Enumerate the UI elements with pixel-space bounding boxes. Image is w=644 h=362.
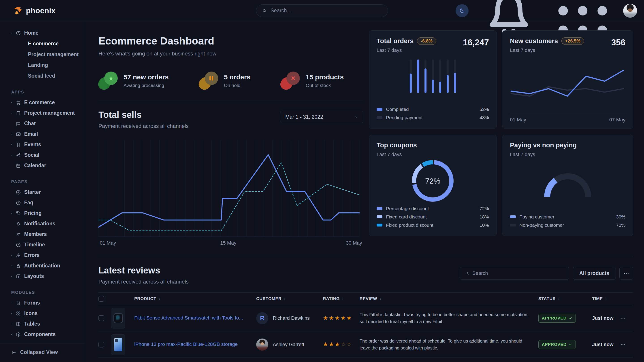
select-all-checkbox[interactable] bbox=[98, 296, 104, 302]
search-icon bbox=[465, 271, 469, 276]
mail-icon bbox=[16, 131, 21, 137]
home-submenu: E commerce Project management Landing So… bbox=[0, 38, 85, 81]
sidebar-item-notifications[interactable]: Notifications bbox=[0, 218, 85, 229]
row-checkbox[interactable] bbox=[98, 315, 104, 321]
sidebar-item-social[interactable]: Social bbox=[0, 150, 85, 160]
sidebar-item-forms[interactable]: Forms bbox=[0, 298, 85, 308]
caret-right-icon bbox=[10, 212, 12, 215]
column-header-status[interactable]: STATUS bbox=[538, 296, 592, 301]
warning-icon bbox=[16, 252, 21, 258]
top-coupons-card: Top coupons Last 7 days 72% Percentage d… bbox=[369, 135, 497, 236]
rating-stars: ★★★☆☆ bbox=[323, 341, 360, 348]
x-tick: 01 May bbox=[100, 240, 116, 246]
new-customers-value: 356 bbox=[611, 38, 626, 47]
sidebar-item-errors[interactable]: Errors bbox=[0, 250, 85, 261]
order-bar bbox=[410, 59, 412, 93]
review-text: This Fitbit is fantastic! I was trying t… bbox=[360, 311, 538, 325]
column-header-time[interactable]: TIME bbox=[592, 296, 621, 301]
column-header-review[interactable]: REVIEW bbox=[360, 296, 538, 301]
product-thumbnail[interactable] bbox=[111, 334, 125, 355]
sidebar-item-chat[interactable]: Chat bbox=[0, 118, 85, 129]
column-header-rating[interactable]: RATING bbox=[323, 296, 360, 301]
x-tick: 01 May bbox=[510, 117, 526, 123]
theme-toggle-button[interactable] bbox=[456, 4, 468, 17]
caret-right-icon bbox=[10, 275, 12, 278]
sidebar-item-project-management[interactable]: Project management bbox=[0, 108, 85, 118]
reviews-search-input[interactable] bbox=[472, 270, 564, 276]
more-options-button[interactable] bbox=[620, 267, 633, 280]
column-header-product[interactable]: PRODUCT bbox=[134, 296, 256, 301]
sidebar-item-layouts[interactable]: Layouts bbox=[0, 271, 85, 282]
sort-icon bbox=[283, 297, 286, 300]
sidebar: Home E commerce Project management Landi… bbox=[0, 21, 85, 362]
order-bar bbox=[417, 59, 419, 93]
sidebar-item-e-commerce[interactable]: E commerce bbox=[0, 97, 85, 108]
table-row-partial bbox=[98, 358, 633, 362]
brand-logo[interactable]: phoenix bbox=[12, 5, 56, 16]
row-menu-button[interactable] bbox=[621, 344, 633, 345]
pie-chart-icon bbox=[16, 30, 21, 36]
global-search[interactable] bbox=[256, 4, 388, 17]
product-link[interactable]: iPhone 13 pro max-Pacific Blue-128GB sto… bbox=[134, 341, 244, 348]
legend-item-completed: Completed52% bbox=[376, 105, 489, 114]
user-avatar[interactable] bbox=[623, 3, 637, 18]
sidebar-item-timeline[interactable]: Timeline bbox=[0, 240, 85, 250]
caret-right-icon bbox=[10, 244, 12, 246]
caret-right-icon bbox=[10, 143, 12, 146]
table-header-row: PRODUCTCUSTOMERRATINGREVIEWSTATUSTIME bbox=[98, 293, 633, 305]
lock-icon bbox=[16, 263, 21, 269]
sidebar-item-members[interactable]: Members bbox=[0, 229, 85, 240]
icons-icon bbox=[16, 311, 21, 316]
card-title: Paying vs non paying bbox=[510, 142, 577, 149]
sidebar-item-pricing[interactable]: Pricing bbox=[0, 208, 85, 218]
bell-icon bbox=[16, 221, 21, 227]
moon-icon bbox=[459, 7, 465, 14]
sidebar-item-home[interactable]: Home bbox=[0, 28, 85, 38]
people-icon bbox=[16, 231, 21, 237]
caret-right-icon bbox=[10, 164, 12, 167]
orders-bar-chart bbox=[376, 59, 489, 93]
sidebar-item-social-feed[interactable]: Social feed bbox=[0, 70, 85, 81]
sidebar-item-events[interactable]: Events bbox=[0, 139, 85, 150]
caret-right-icon bbox=[10, 112, 12, 114]
card-period: Last 7 days bbox=[376, 152, 489, 157]
x-tick: 30 May bbox=[346, 240, 362, 246]
row-menu-button[interactable] bbox=[621, 318, 633, 319]
main-content: Ecommerce Dashboard Here's what's going … bbox=[85, 21, 644, 362]
sidebar-item-calendar[interactable]: Calendar bbox=[0, 160, 85, 171]
sidebar-item-ecommerce-home[interactable]: E commerce bbox=[0, 38, 85, 49]
sort-icon bbox=[558, 297, 560, 300]
help-icon bbox=[16, 200, 21, 206]
caret-right-icon bbox=[10, 312, 12, 315]
all-products-button[interactable]: All products bbox=[573, 267, 616, 280]
caret-right-icon bbox=[10, 302, 12, 304]
customer-name: Ashley Garrett bbox=[273, 342, 304, 348]
caret-right-icon bbox=[10, 154, 12, 156]
date-range-select[interactable]: Mar 1 - 31, 2022 bbox=[280, 111, 364, 123]
compass-icon bbox=[16, 189, 21, 195]
top-navbar: phoenix bbox=[0, 0, 644, 21]
sidebar-item-authentication[interactable]: Authentication bbox=[0, 261, 85, 271]
collapsed-view-toggle[interactable]: Collapsed View bbox=[11, 349, 85, 355]
axis-line bbox=[510, 114, 626, 114]
card-period: Last 7 days bbox=[510, 47, 626, 53]
global-search-input[interactable] bbox=[270, 7, 382, 14]
reviews-search[interactable] bbox=[460, 267, 569, 280]
sidebar-item-faq[interactable]: Faq bbox=[0, 197, 85, 208]
column-header-customer[interactable]: CUSTOMER bbox=[256, 296, 323, 301]
section-label-pages: PAGES bbox=[11, 179, 85, 184]
product-thumbnail[interactable] bbox=[111, 308, 125, 329]
sidebar-item-starter[interactable]: Starter bbox=[0, 187, 85, 197]
legend-item-paying-customer: Paying customer30% bbox=[510, 213, 626, 221]
collapse-arrow-icon bbox=[11, 350, 16, 355]
time-cell: Just now bbox=[592, 315, 621, 321]
sidebar-item-landing[interactable]: Landing bbox=[0, 60, 85, 70]
sidebar-item-email[interactable]: Email bbox=[0, 129, 85, 139]
caret-right-icon bbox=[10, 333, 12, 336]
row-checkbox[interactable] bbox=[98, 342, 104, 348]
sidebar-item-project-management-home[interactable]: Project management bbox=[0, 49, 85, 60]
sidebar-item-components[interactable]: Components bbox=[0, 329, 85, 340]
product-link[interactable]: Fitbit Sense Advanced Smartwatch with To… bbox=[134, 315, 250, 322]
sidebar-item-tables[interactable]: Tables bbox=[0, 319, 85, 329]
sidebar-item-icons[interactable]: Icons bbox=[0, 308, 85, 319]
